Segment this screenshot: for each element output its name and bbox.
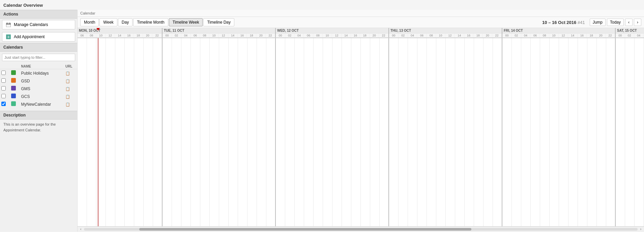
calendar-checkbox[interactable] [1, 71, 6, 75]
timeline-col [125, 38, 134, 226]
scrollbar-area[interactable]: ‹ › [78, 226, 644, 232]
description-text: This is an overview page for the Appoint… [0, 120, 77, 135]
day-label: THU, 13 OCT [389, 28, 502, 33]
url-icon[interactable]: 📋 [65, 102, 70, 106]
calendar-name: GSD [20, 77, 64, 85]
hour-label: 22 [266, 33, 275, 37]
day-header: THU, 13 OCT000204060810121416182022 [389, 28, 502, 37]
tab-timeline-month[interactable]: Timeline Month [133, 18, 168, 26]
timeline-col [144, 38, 153, 226]
timeline-col [285, 38, 295, 226]
tab-week[interactable]: Week [99, 18, 117, 26]
timeline-col [210, 38, 219, 226]
timeline-col [380, 38, 389, 226]
calendar-name: MyNewCalendar [20, 100, 64, 108]
timeline-col [597, 38, 606, 226]
timeline-col [153, 38, 163, 226]
timeline-col [361, 38, 370, 226]
timeline-col [87, 38, 96, 226]
timeline-col [351, 38, 361, 226]
plus-icon: + [6, 34, 11, 40]
timeline-col [106, 38, 115, 226]
hour-label: 14 [568, 33, 578, 37]
hour-label: 20 [143, 33, 152, 37]
hour-label: 12 [332, 33, 342, 37]
calendar-icon [6, 22, 11, 27]
hour-label: 02 [285, 33, 295, 37]
url-icon[interactable]: 📋 [65, 87, 70, 91]
calendar-filter-input[interactable] [2, 54, 75, 61]
url-icon[interactable]: 📋 [65, 79, 70, 83]
timeline-col [521, 38, 531, 226]
jump-button[interactable]: Jump [590, 19, 606, 26]
tab-timeline-day[interactable]: Timeline Day [203, 18, 234, 26]
next-button[interactable]: › [634, 19, 641, 26]
calendar-checkbox[interactable] [1, 86, 6, 91]
hour-label: 22 [379, 33, 388, 37]
timeline-col [389, 38, 399, 226]
url-icon[interactable]: 📋 [65, 71, 70, 75]
list-item: GSD 📋 [0, 77, 77, 85]
hour-label: 00 [616, 33, 625, 37]
timeline-col [625, 38, 635, 226]
prev-button[interactable]: ‹ [625, 19, 633, 26]
hour-label: 00 [163, 33, 172, 37]
today-button[interactable]: Today [607, 19, 624, 26]
timeline-col [247, 38, 257, 226]
hour-label: 14 [342, 33, 351, 37]
timeline-col [436, 38, 446, 226]
list-item: MyNewCalendar 📋 [0, 100, 77, 108]
timeline-col [550, 38, 559, 226]
tab-nav-bar: MonthWeekDayTimeline MonthTimeline WeekT… [78, 17, 644, 28]
tab-month[interactable]: Month [80, 18, 99, 26]
color-dot [11, 94, 16, 98]
hour-label: 18 [134, 33, 143, 37]
tab-timeline-week[interactable]: Timeline Week [169, 18, 203, 26]
hour-label: 14 [455, 33, 464, 37]
scrollbar-thumb[interactable] [139, 228, 471, 231]
day-header: MON, 10 OCT060810121416182022 [78, 28, 163, 37]
hour-label: 06 [304, 33, 313, 37]
url-column-header: URL [64, 64, 77, 69]
day-header: FRI, 14 OCT000204060810121416182022 [502, 28, 616, 37]
timeline-col [163, 38, 172, 226]
hour-label: 04 [181, 33, 191, 37]
hour-label: 08 [87, 33, 96, 37]
color-dot [11, 70, 16, 75]
day-label: FRI, 14 OCT [502, 28, 615, 33]
hour-label: 10 [549, 33, 559, 37]
week-num: #41 [578, 20, 585, 25]
hour-label: 06 [417, 33, 427, 37]
timeline-col [408, 38, 417, 226]
scroll-left-arrow[interactable]: ‹ [79, 227, 83, 231]
calendar-checkbox[interactable] [1, 78, 6, 83]
timeline-col [181, 38, 191, 226]
hour-label: 06 [191, 33, 200, 37]
calendar-header-bar: Calendar [78, 10, 644, 17]
hour-label: 10 [96, 33, 106, 37]
scroll-right-arrow[interactable]: › [639, 227, 643, 231]
timeline-col [559, 38, 568, 226]
view-tabs: MonthWeekDayTimeline MonthTimeline WeekT… [80, 18, 234, 26]
hour-label: 08 [427, 33, 436, 37]
timeline-col [399, 38, 408, 226]
hour-label: 12 [445, 33, 455, 37]
hour-label: 18 [247, 33, 256, 37]
timeline-body[interactable] [78, 38, 644, 226]
add-appointment-button[interactable]: + Add Appointment [2, 32, 75, 42]
day-label: MON, 10 OCT [78, 28, 162, 33]
hour-label: 16 [238, 33, 247, 37]
day-header: TUE, 11 OCT000204060810121416182022 [163, 28, 276, 37]
timeline-col [484, 38, 493, 226]
timeline-col [502, 38, 512, 226]
timeline-col [465, 38, 474, 226]
tab-day[interactable]: Day [118, 18, 133, 26]
hour-label: 04 [521, 33, 531, 37]
calendars-section-header: Calendars [0, 43, 77, 52]
color-dot [11, 78, 16, 83]
timeline-header: MON, 10 OCT060810121416182022TUE, 11 OCT… [78, 28, 644, 38]
calendar-checkbox[interactable] [1, 94, 6, 98]
url-icon[interactable]: 📋 [65, 95, 70, 99]
calendar-checkbox[interactable] [1, 102, 6, 106]
manage-calendars-button[interactable]: Manage Calendars [2, 20, 75, 29]
